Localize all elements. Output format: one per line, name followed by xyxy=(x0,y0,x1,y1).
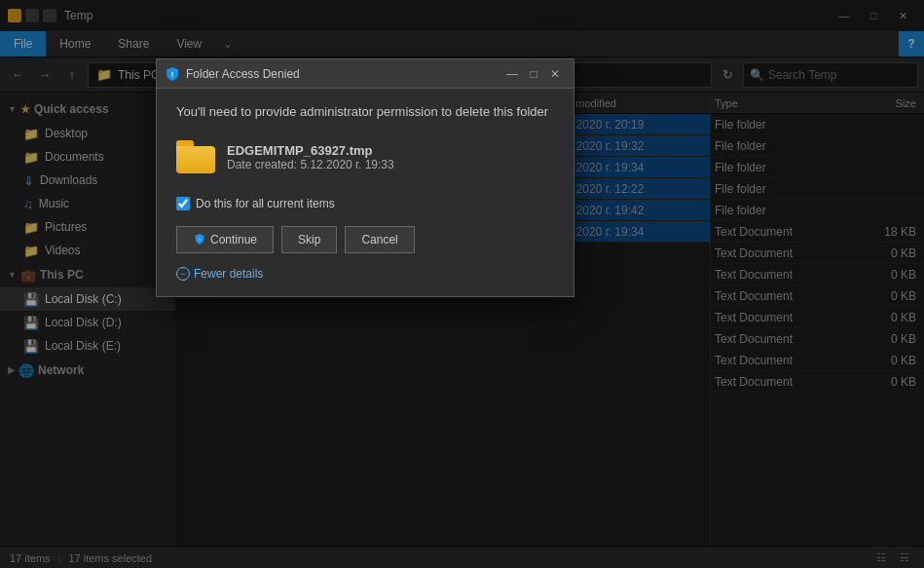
do-this-for-all-label: Do this for all current items xyxy=(196,197,335,210)
dialog-titlebar: ! Folder Access Denied — □ ✕ xyxy=(157,59,573,89)
fewer-details-button[interactable]: − Fewer details xyxy=(176,263,554,281)
fewer-details-label: Fewer details xyxy=(194,267,263,281)
dialog-title-text: Folder Access Denied xyxy=(186,67,501,81)
folder-access-denied-dialog: ! Folder Access Denied — □ ✕ You'll need… xyxy=(156,58,574,297)
continue-label: Continue xyxy=(210,233,257,246)
fewer-details-icon: − xyxy=(176,267,190,281)
dialog-body: You'll need to provide administrator per… xyxy=(157,89,573,296)
dialog-file-info: EDGEMITMP_63927.tmp Date created: 5.12.2… xyxy=(176,133,554,181)
dialog-checkbox-row: Do this for all current items xyxy=(176,197,554,210)
dialog-close-button[interactable]: ✕ xyxy=(544,64,566,84)
cancel-button[interactable]: Cancel xyxy=(345,226,414,253)
dialog-file-date: Date created: 5.12.2020 г. 19:33 xyxy=(227,158,394,171)
dialog-filename: EDGEMITMP_63927.tmp xyxy=(227,143,394,158)
svg-text:!: ! xyxy=(199,236,201,243)
dialog-maximize-button[interactable]: □ xyxy=(523,64,544,84)
continue-button[interactable]: ! Continue xyxy=(176,226,274,253)
dialog-message-text: You'll need to provide administrator per… xyxy=(176,104,554,119)
dialog-folder-icon xyxy=(176,140,215,173)
do-this-for-all-checkbox[interactable] xyxy=(176,197,190,210)
dialog-file-details: EDGEMITMP_63927.tmp Date created: 5.12.2… xyxy=(227,143,394,171)
dialog-overlay: ! Folder Access Denied — □ ✕ You'll need… xyxy=(0,0,924,568)
skip-button[interactable]: Skip xyxy=(281,226,337,253)
shield-continue-icon: ! xyxy=(193,233,206,246)
dialog-title-shield-icon: ! xyxy=(165,66,180,82)
dialog-minimize-button[interactable]: — xyxy=(501,64,523,84)
dialog-buttons: ! Continue Skip Cancel xyxy=(176,226,554,253)
svg-text:!: ! xyxy=(171,70,174,79)
